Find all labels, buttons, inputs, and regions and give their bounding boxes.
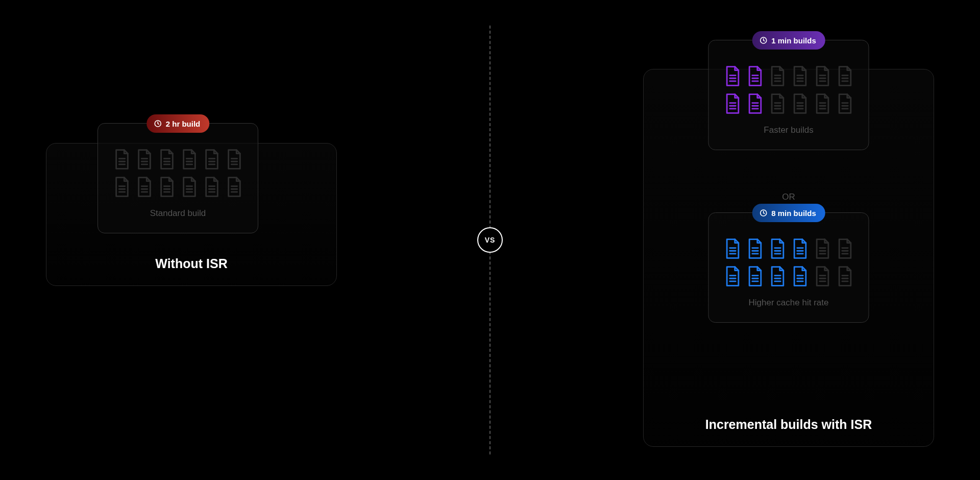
document-icon: [181, 148, 198, 171]
document-icon: [791, 265, 808, 287]
panel-caption: Higher cache hit rate: [749, 298, 829, 308]
panel-caption: Standard build: [150, 208, 206, 219]
document-icon: [746, 265, 764, 287]
document-icon: [158, 148, 176, 171]
panel-standard-build: 2 hr build Standard build: [97, 123, 258, 233]
document-icon: [203, 176, 220, 198]
card-without-isr: 2 hr build Standard build Without ISR: [46, 143, 337, 286]
pill-label: 2 hr build: [166, 119, 201, 128]
card-with-isr: 1 min builds Faster builds OR 8 min buil…: [643, 69, 934, 447]
doc-grid-left: [113, 148, 243, 198]
panel-faster-builds: 1 min builds Faster builds: [708, 40, 869, 150]
document-icon: [836, 92, 853, 115]
outer-title-right: Incremental builds with ISR: [644, 417, 934, 432]
document-icon: [724, 92, 741, 115]
document-icon: [226, 176, 243, 198]
document-icon: [769, 92, 786, 115]
document-icon: [226, 148, 243, 171]
document-icon: [791, 92, 808, 115]
pill-build-time-left: 2 hr build: [146, 114, 210, 133]
panel-higher-cache: 8 min builds Higher cache hit rate: [708, 212, 869, 323]
document-icon: [136, 176, 153, 198]
vs-badge: VS: [477, 227, 503, 253]
outer-title-left: Without ISR: [46, 256, 336, 271]
pill-build-time-bottom: 8 min builds: [752, 204, 825, 222]
document-icon: [836, 65, 853, 87]
document-icon: [181, 176, 198, 198]
document-icon: [814, 92, 831, 115]
document-icon: [746, 92, 764, 115]
document-icon: [814, 237, 831, 260]
document-icon: [791, 65, 808, 87]
document-icon: [814, 265, 831, 287]
doc-grid-top: [724, 65, 853, 115]
document-icon: [136, 148, 153, 171]
document-icon: [791, 237, 808, 260]
document-icon: [836, 265, 853, 287]
document-icon: [769, 265, 786, 287]
doc-grid-bottom: [724, 237, 853, 287]
document-icon: [203, 148, 220, 171]
document-icon: [769, 237, 786, 260]
pill-build-time-top: 1 min builds: [752, 31, 825, 50]
document-icon: [158, 176, 176, 198]
document-icon: [814, 65, 831, 87]
document-icon: [113, 176, 131, 198]
clock-icon: [154, 119, 162, 128]
or-label: OR: [644, 192, 934, 202]
panel-caption: Faster builds: [764, 125, 813, 135]
pill-label: 8 min builds: [771, 209, 816, 218]
clock-icon: [759, 209, 767, 217]
pill-label: 1 min builds: [771, 36, 816, 45]
document-icon: [746, 237, 764, 260]
document-icon: [769, 65, 786, 87]
document-icon: [836, 237, 853, 260]
document-icon: [724, 265, 741, 287]
document-icon: [113, 148, 131, 171]
document-icon: [724, 65, 741, 87]
document-icon: [746, 65, 764, 87]
document-icon: [724, 237, 741, 260]
diagram-stage: VS 2 hr build Standard build Without ISR…: [0, 0, 980, 480]
vs-label: VS: [485, 236, 496, 244]
clock-icon: [759, 36, 767, 44]
